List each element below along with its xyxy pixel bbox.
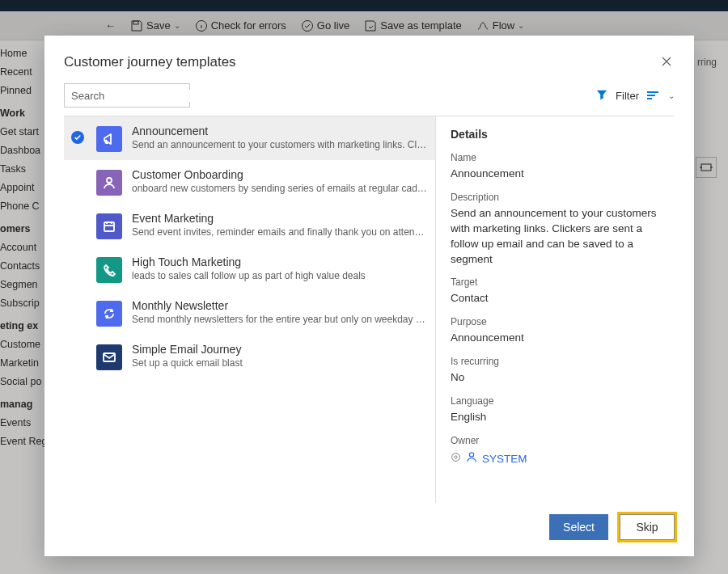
owner-row[interactable]: SYSTEM [451, 451, 670, 467]
mail-icon [96, 344, 122, 370]
select-button[interactable]: Select [549, 514, 608, 540]
label-target: Target [451, 276, 670, 288]
phone-icon [96, 257, 122, 283]
gear-circle-icon [451, 452, 461, 466]
template-check [69, 343, 87, 349]
skip-button[interactable]: Skip [620, 514, 675, 540]
template-check [69, 168, 87, 175]
value-target: Contact [451, 291, 670, 306]
details-heading: Details [451, 128, 670, 141]
template-item[interactable]: Monthly NewsletterSend monthly newslette… [64, 291, 435, 335]
template-desc: Send event invites, reminder emails and … [132, 226, 427, 238]
details-pane: Details Name Announcement Description Se… [436, 116, 675, 503]
template-title: Customer Onboarding [132, 168, 427, 181]
value-description: Send an announcement to your customers w… [451, 206, 670, 268]
label-purpose: Purpose [451, 316, 670, 327]
template-picker-modal: Customer journey templates Filter ⌄ Anno… [44, 36, 694, 556]
template-title: Announcement [132, 125, 427, 137]
template-item[interactable]: Event MarketingSend event invites, remin… [64, 204, 435, 247]
search-box[interactable] [64, 83, 190, 108]
filter-icon[interactable] [596, 89, 607, 103]
template-check [69, 212, 87, 218]
label-name: Name [451, 152, 670, 163]
template-check [69, 299, 87, 306]
template-item[interactable]: Customer Onboardingonboard new customers… [64, 160, 435, 204]
value-recurring: No [451, 370, 670, 386]
template-list: AnnouncementSend an announcement to your… [64, 116, 436, 503]
template-title: Monthly Newsletter [132, 299, 427, 312]
refresh-icon [96, 301, 122, 327]
svg-point-9 [455, 456, 457, 458]
template-title: Simple Email Journey [132, 343, 427, 356]
template-check [69, 255, 87, 262]
svg-rect-6 [104, 222, 114, 231]
svg-point-5 [107, 178, 112, 183]
label-language: Language [451, 395, 670, 407]
template-check [69, 125, 87, 144]
template-desc: Send monthly newsletters for the entire … [132, 314, 427, 325]
svg-point-8 [452, 454, 460, 462]
template-item[interactable]: High Touch Marketingleads to sales call … [64, 247, 435, 291]
value-purpose: Announcement [451, 331, 670, 346]
calendar-icon [96, 213, 122, 239]
template-desc: Set up a quick email blast [132, 357, 427, 369]
megaphone-icon [96, 126, 122, 152]
chevron-down-icon[interactable]: ⌄ [668, 91, 675, 100]
template-title: Event Marketing [132, 212, 427, 225]
close-icon [662, 57, 671, 66]
person-icon [466, 451, 477, 467]
template-item[interactable]: AnnouncementSend an announcement to your… [64, 116, 435, 160]
template-item[interactable]: Simple Email JourneySet up a quick email… [64, 335, 435, 378]
template-desc: leads to sales call follow up as part of… [132, 270, 427, 281]
label-description: Description [451, 192, 670, 203]
check-circle-icon [71, 131, 84, 144]
label-recurring: Is recurring [451, 356, 670, 367]
modal-title: Customer journey templates [64, 54, 236, 70]
template-desc: Send an announcement to your customers w… [132, 139, 427, 150]
filter-label[interactable]: Filter [616, 90, 639, 102]
sort-icon[interactable] [647, 89, 660, 103]
template-title: High Touch Marketing [132, 255, 427, 268]
value-name: Announcement [451, 167, 670, 182]
label-owner: Owner [451, 435, 670, 446]
close-button[interactable] [658, 52, 675, 72]
svg-point-10 [469, 453, 473, 457]
owner-value: SYSTEM [482, 452, 527, 467]
search-input[interactable] [71, 90, 207, 102]
value-language: English [451, 410, 670, 425]
template-desc: onboard new customers by sending series … [132, 183, 427, 194]
person-icon [96, 170, 122, 196]
